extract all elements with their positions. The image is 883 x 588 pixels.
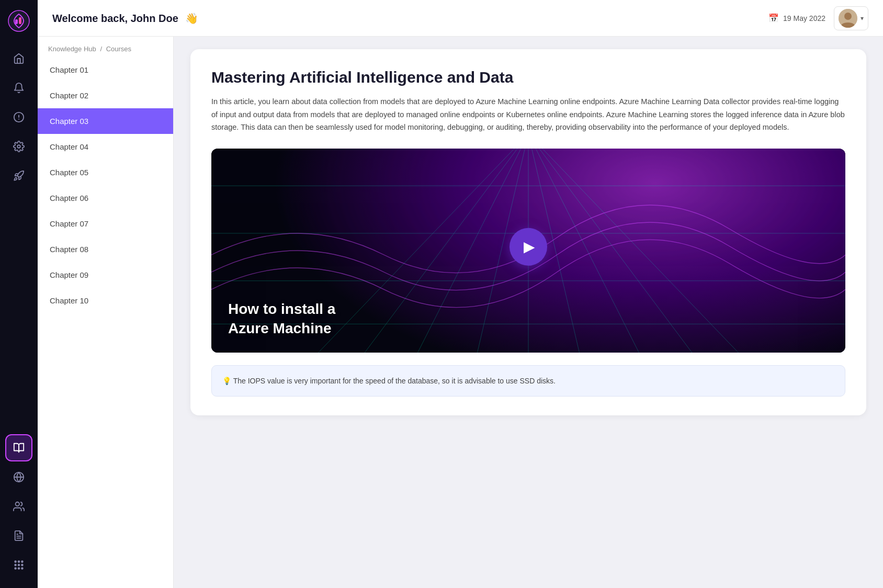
info-box-text: 💡 The IOPS value is very important for t…	[222, 377, 556, 385]
chapter-item-04[interactable]: Chapter 04	[38, 134, 173, 160]
sidebar-item-more[interactable]	[5, 551, 32, 579]
svg-point-12	[15, 561, 16, 562]
user-menu-button[interactable]: ▾	[834, 6, 868, 30]
svg-point-18	[15, 568, 16, 569]
svg-rect-2	[19, 17, 21, 24]
chapter-item-03[interactable]: Chapter 03	[38, 108, 173, 134]
chevron-down-icon: ▾	[861, 15, 864, 22]
breadcrumb-separator: /	[100, 45, 104, 53]
svg-point-6	[17, 145, 20, 148]
content-layout: Knowledge Hub / Courses Chapter 01 Chapt…	[38, 37, 883, 588]
date-display: 📅 19 May 2022	[768, 13, 825, 23]
header-right: 📅 19 May 2022 ▾	[768, 6, 868, 30]
main-content: Mastering Artificial Intelligence and Da…	[174, 37, 883, 588]
svg-point-14	[21, 561, 23, 562]
svg-point-19	[18, 568, 20, 569]
avatar	[839, 9, 857, 28]
svg-point-9	[16, 502, 19, 506]
chapter-item-10[interactable]: Chapter 10	[38, 288, 173, 313]
sidebar-item-insights[interactable]	[5, 104, 32, 131]
breadcrumb-courses: Courses	[106, 45, 131, 53]
svg-point-20	[21, 568, 23, 569]
play-icon: ▶	[524, 238, 535, 255]
sidebar-item-home[interactable]	[5, 45, 32, 72]
main-wrapper: Welcome back, John Doe 👋 📅 19 May 2022 ▾	[38, 0, 883, 588]
chapter-item-06[interactable]: Chapter 06	[38, 185, 173, 211]
sidebar-item-courses[interactable]	[5, 434, 32, 461]
welcome-text: Welcome back, John Doe	[52, 13, 178, 24]
svg-rect-1	[15, 19, 18, 24]
wave-emoji: 👋	[185, 13, 198, 24]
svg-point-22	[844, 13, 852, 20]
sidebar-item-documents[interactable]	[5, 522, 32, 549]
calendar-icon: 📅	[768, 13, 779, 23]
article-title: Mastering Artificial Intelligence and Da…	[211, 68, 845, 87]
chapter-sidebar: Knowledge Hub / Courses Chapter 01 Chapt…	[38, 37, 174, 588]
play-button[interactable]: ▶	[510, 228, 547, 266]
svg-point-16	[18, 564, 20, 566]
chapter-item-09[interactable]: Chapter 09	[38, 262, 173, 288]
breadcrumb-hub: Knowledge Hub	[48, 45, 96, 53]
icon-sidebar	[0, 0, 38, 588]
chapter-item-01[interactable]: Chapter 01	[38, 57, 173, 83]
sidebar-item-globe[interactable]	[5, 463, 32, 491]
chapter-item-02[interactable]: Chapter 02	[38, 83, 173, 108]
info-box: 💡 The IOPS value is very important for t…	[211, 365, 845, 397]
welcome-message: Welcome back, John Doe 👋	[52, 12, 768, 25]
video-thumbnail[interactable]: ▶ How to install aAzure Machine	[211, 149, 845, 353]
svg-point-13	[18, 561, 20, 562]
sidebar-item-notifications[interactable]	[5, 74, 32, 101]
chapter-item-07[interactable]: Chapter 07	[38, 211, 173, 236]
chapter-item-05[interactable]: Chapter 05	[38, 160, 173, 185]
top-header: Welcome back, John Doe 👋 📅 19 May 2022 ▾	[38, 0, 883, 37]
date-label: 19 May 2022	[783, 14, 825, 22]
logo[interactable]	[6, 8, 31, 33]
breadcrumb: Knowledge Hub / Courses	[38, 37, 173, 57]
content-card: Mastering Artificial Intelligence and Da…	[190, 49, 866, 415]
chapter-item-08[interactable]: Chapter 08	[38, 236, 173, 262]
sidebar-item-team[interactable]	[5, 493, 32, 520]
article-body: In this article, you learn about data co…	[211, 95, 845, 134]
video-title: How to install aAzure Machine	[228, 300, 335, 338]
sidebar-item-settings[interactable]	[5, 133, 32, 160]
sidebar-item-launch[interactable]	[5, 162, 32, 189]
svg-point-17	[21, 564, 23, 566]
svg-point-15	[15, 564, 16, 566]
